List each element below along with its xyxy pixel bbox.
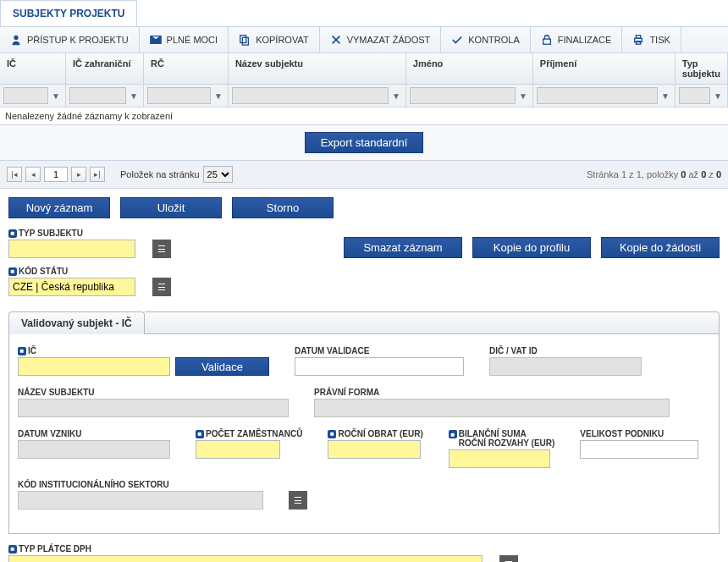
- required-icon: ■: [8, 229, 17, 238]
- state-picker-button[interactable]: ☰: [152, 278, 171, 296]
- funnel-icon[interactable]: ▼: [390, 87, 402, 104]
- col-type[interactable]: Typ subjektu: [676, 53, 728, 84]
- toolbar: PŘÍSTUP K PROJEKTU PLNÉ MOCI KOPÍROVAT V…: [0, 27, 728, 53]
- pager-prev[interactable]: ◂: [25, 167, 41, 182]
- tab-subjekty[interactable]: SUBJEKTY PROJEKTU: [0, 0, 137, 26]
- pager-first[interactable]: |◂: [7, 167, 22, 182]
- people-icon: [10, 34, 22, 46]
- date-valid-label: DATUM VALIDACE: [295, 346, 464, 355]
- col-ic[interactable]: IČ: [0, 53, 66, 84]
- svg-rect-5: [637, 41, 641, 45]
- toolbar-delete[interactable]: VYMAZAT ŽÁDOST: [320, 27, 442, 52]
- date-created-label: DATUM VZNIKU: [18, 429, 170, 438]
- cancel-button[interactable]: Storno: [232, 197, 334, 218]
- size-input[interactable]: [580, 440, 698, 459]
- toolbar-access[interactable]: PŘÍSTUP K PROJEKTU: [0, 27, 140, 52]
- funnel-icon[interactable]: ▼: [212, 87, 224, 104]
- funnel-icon[interactable]: ▼: [659, 87, 671, 104]
- vat-type-label: ■ TYP PLÁTCE DPH: [8, 544, 483, 554]
- funnel-icon[interactable]: ▼: [712, 87, 724, 104]
- inst-code-label: KÓD INSTITUCIONÁLNÍHO SEKTORU: [18, 480, 263, 489]
- ic-label: ■ IČ: [18, 346, 170, 355]
- toolbar-delete-label: VYMAZAT ŽÁDOST: [347, 35, 431, 45]
- toolbar-finalize[interactable]: FINALIZACE: [531, 27, 623, 52]
- turnover-input[interactable]: [328, 440, 421, 459]
- svg-rect-0: [240, 36, 246, 43]
- state-label: ■ KÓD STÁTU: [8, 267, 135, 276]
- date-created-input: [18, 440, 170, 459]
- col-ic-foreign[interactable]: IČ zahraniční: [66, 53, 144, 84]
- funnel-icon[interactable]: ▼: [128, 87, 140, 104]
- size-label: VELIKOST PODNIKU: [580, 429, 698, 438]
- export-bar: Export standardní: [0, 124, 728, 161]
- col-first[interactable]: Jméno: [406, 53, 533, 84]
- pager-next[interactable]: ▸: [71, 167, 86, 182]
- date-valid-input[interactable]: [295, 357, 464, 376]
- employees-input[interactable]: [196, 440, 280, 459]
- vat-type-picker-button[interactable]: ☰: [499, 555, 518, 562]
- col-name[interactable]: Název subjektu: [229, 53, 406, 84]
- balance-input[interactable]: [449, 449, 550, 468]
- check-icon: [451, 34, 463, 46]
- pager-info: Stránka 1 z 1, položky 0 až 0 z 0: [587, 169, 721, 179]
- dic-input: [489, 357, 642, 376]
- dic-label: DIČ / VAT ID: [489, 346, 642, 355]
- name-label: NÁZEV SUBJEKTU: [18, 388, 289, 397]
- toolbar-access-label: PŘÍSTUP K PROJEKTU: [27, 35, 129, 45]
- filter-ic-foreign[interactable]: [69, 87, 126, 104]
- state-input[interactable]: [8, 278, 135, 296]
- toolbar-check-label: KONTROLA: [468, 35, 520, 45]
- funnel-icon[interactable]: ▼: [517, 87, 529, 104]
- delete-record-button[interactable]: Smazat záznam: [344, 237, 462, 258]
- filter-name[interactable]: [232, 87, 389, 104]
- svg-rect-1: [243, 37, 249, 45]
- col-last[interactable]: Příjmení: [533, 53, 676, 84]
- export-button[interactable]: Export standardní: [305, 132, 424, 153]
- inst-code-input: [18, 491, 263, 510]
- funnel-icon[interactable]: ▼: [50, 87, 62, 104]
- vat-type-input[interactable]: [8, 555, 483, 562]
- col-rc[interactable]: RČ: [144, 53, 229, 84]
- print-icon: [632, 34, 644, 46]
- toolbar-check[interactable]: KONTROLA: [441, 27, 531, 52]
- subtab-validated[interactable]: Validovaný subjekt - IČ: [8, 311, 145, 334]
- validated-panel: ■ IČ Validace DATUM VALIDACE DIČ / VAT I…: [8, 334, 720, 534]
- filter-rc[interactable]: [147, 87, 211, 104]
- toolbar-power[interactable]: PLNÉ MOCI: [140, 27, 229, 52]
- per-page-label: Položek na stránku: [120, 169, 200, 179]
- legal-form-input: [314, 399, 670, 417]
- delete-icon: [330, 34, 342, 46]
- turnover-label: ■ ROČNÍ OBRAT (EUR): [328, 429, 422, 438]
- new-record-button[interactable]: Nový záznam: [8, 197, 110, 218]
- required-icon: ■: [8, 545, 17, 554]
- svg-rect-4: [637, 36, 641, 39]
- grid-filter-row: ▼ ▼ ▼ ▼ ▼ ▼ ▼: [0, 85, 728, 107]
- filter-ic[interactable]: [3, 87, 48, 104]
- filter-first[interactable]: [410, 87, 516, 104]
- save-button[interactable]: Uložit: [120, 197, 222, 218]
- lock-icon: [541, 34, 553, 46]
- type-input[interactable]: [8, 240, 135, 258]
- main-tab-row: SUBJEKTY PROJEKTU: [0, 0, 728, 27]
- toolbar-copy[interactable]: KOPÍROVAT: [229, 27, 320, 52]
- copy-profile-button[interactable]: Kopie do profilu: [472, 237, 591, 258]
- balance-label: ■ BILANČNÍ SUMA ROČNÍ ROZVAHY (EUR): [449, 429, 555, 448]
- filter-last[interactable]: [537, 87, 658, 104]
- required-icon: ■: [18, 347, 26, 355]
- filter-type[interactable]: [679, 87, 710, 104]
- validate-button[interactable]: Validace: [175, 357, 269, 376]
- pager-last[interactable]: ▸|: [90, 167, 105, 182]
- toolbar-print[interactable]: TISK: [622, 27, 681, 52]
- pager-page-input[interactable]: [44, 167, 68, 182]
- type-picker-button[interactable]: ☰: [152, 240, 171, 258]
- copy-icon: [239, 34, 251, 46]
- inst-code-picker-button[interactable]: ☰: [289, 491, 307, 510]
- employees-label: ■ POČET ZAMĚSTNANCŮ: [196, 429, 302, 438]
- copy-request-button[interactable]: Kopie do žádosti: [601, 237, 720, 258]
- ic-input[interactable]: [18, 357, 170, 376]
- toolbar-copy-label: KOPÍROVAT: [256, 35, 309, 45]
- per-page-select[interactable]: 25: [203, 166, 233, 183]
- required-icon: ■: [328, 430, 336, 438]
- grid-header: IČ IČ zahraniční RČ Název subjektu Jméno…: [0, 53, 728, 85]
- toolbar-power-label: PLNÉ MOCI: [167, 35, 218, 45]
